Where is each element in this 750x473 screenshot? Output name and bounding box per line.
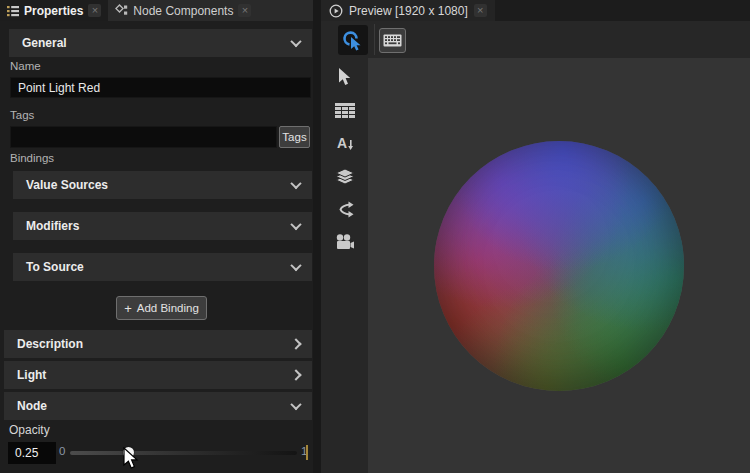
camera-icon [335, 234, 355, 250]
table-icon [335, 103, 355, 118]
properties-panel: Properties × Node Components × General N… [0, 0, 313, 473]
opacity-value-text: 0.25 [15, 446, 38, 460]
tab-preview[interactable]: Preview [1920 x 1080] × [321, 0, 495, 21]
chevron-right-icon [290, 338, 301, 349]
rgb-lit-sphere [434, 141, 684, 391]
tab-properties[interactable]: Properties × [0, 0, 108, 21]
section-light[interactable]: Light [4, 361, 312, 389]
select-arrow-tool[interactable] [325, 62, 365, 92]
bindings-group-label: Bindings [10, 152, 54, 164]
name-input[interactable] [10, 77, 311, 98]
tags-input[interactable] [10, 126, 277, 148]
opacity-slider[interactable] [70, 451, 297, 455]
section-to-source[interactable]: To Source [13, 253, 312, 281]
text-tool-icon: A [335, 134, 355, 152]
section-to-source-label: To Source [26, 260, 84, 274]
section-general[interactable]: General [9, 29, 312, 57]
node-components-icon [115, 4, 128, 17]
chevron-right-icon [290, 369, 301, 380]
preview-viewport[interactable] [368, 58, 750, 473]
tab-node-components-label: Node Components [133, 4, 233, 18]
opacity-slider-min-label: 0 [59, 445, 65, 457]
camera-tool[interactable] [325, 227, 365, 257]
opacity-slider-thumb[interactable] [123, 447, 134, 458]
interact-cursor-icon [342, 29, 364, 51]
section-node[interactable]: Node [4, 392, 312, 420]
chevron-down-icon [290, 219, 301, 230]
tags-button[interactable]: Tags [279, 126, 310, 148]
play-circle-icon [329, 4, 343, 18]
tab-properties-close-icon[interactable]: × [88, 4, 101, 17]
route-branch-icon [336, 201, 354, 218]
section-value-sources-label: Value Sources [26, 178, 108, 192]
section-node-label: Node [17, 399, 47, 413]
preview-toolbar [321, 21, 750, 58]
add-binding-button[interactable]: + Add Binding [116, 296, 207, 320]
chevron-down-icon [290, 178, 301, 189]
section-description-label: Description [17, 337, 83, 351]
tab-preview-close-icon[interactable]: × [474, 4, 487, 17]
app-window: Properties × Node Components × General N… [0, 0, 750, 473]
svg-text:A: A [337, 135, 347, 151]
tags-field-label: Tags [10, 109, 34, 121]
section-general-label: General [22, 36, 67, 50]
layers-icon [335, 168, 355, 185]
plus-icon: + [124, 301, 132, 316]
layers-tool[interactable] [325, 161, 365, 191]
opacity-value-input[interactable]: 0.25 [8, 442, 56, 464]
tab-node-components-close-icon[interactable]: × [238, 4, 251, 17]
panel-divider[interactable] [313, 0, 321, 473]
chevron-down-icon [290, 260, 301, 271]
tab-preview-label: Preview [1920 x 1080] [349, 4, 468, 18]
tab-node-components[interactable]: Node Components × [108, 0, 258, 21]
name-field-label: Name [10, 60, 41, 72]
chevron-down-icon [290, 399, 301, 410]
section-light-label: Light [17, 368, 46, 382]
virtual-keyboard-button[interactable] [379, 28, 406, 53]
tags-button-label: Tags [282, 131, 306, 143]
properties-list-icon [7, 5, 19, 17]
grid-table-tool[interactable] [325, 95, 365, 125]
interact-tool-button[interactable] [338, 25, 368, 55]
select-arrow-icon [337, 67, 353, 87]
section-description[interactable]: Description [4, 330, 312, 358]
tab-properties-label: Properties [24, 4, 83, 18]
toolbar-separator [374, 24, 375, 55]
preview-panel: Preview [1920 x 1080] × [313, 0, 750, 473]
add-binding-button-label: Add Binding [137, 302, 199, 314]
preview-side-toolbar: A [321, 58, 368, 473]
left-tab-bar: Properties × Node Components × [0, 0, 313, 21]
section-modifiers-label: Modifiers [26, 219, 79, 233]
section-modifiers[interactable]: Modifiers [13, 212, 312, 240]
opacity-binding-marker [306, 445, 308, 460]
chevron-down-icon [290, 36, 301, 47]
section-value-sources[interactable]: Value Sources [13, 171, 312, 199]
route-branch-tool[interactable] [325, 194, 365, 224]
opacity-label: Opacity [9, 423, 50, 437]
text-tool[interactable]: A [325, 128, 365, 158]
preview-tab-bar: Preview [1920 x 1080] × [321, 0, 750, 21]
keyboard-icon [383, 34, 402, 47]
